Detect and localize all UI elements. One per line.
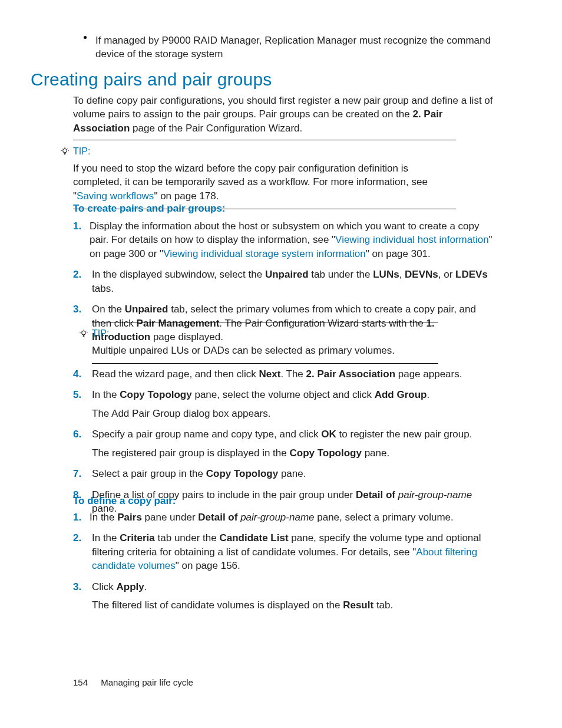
tip-block-2: TIP: Multiple unpaired LUs or DADs can b… [92,322,438,364]
step-number: 2. [73,531,92,545]
list-item: 3. Click Apply. The filtered list of can… [73,580,494,612]
lightbulb-icon [60,147,70,156]
step-number: 7. [73,467,92,480]
intro-paragraph: To define copy pair configurations, you … [73,94,494,135]
step-number: 1. [73,219,90,233]
step-body: Click Apply. The filtered list of candid… [92,580,494,612]
lightbulb-icon [79,329,88,338]
intro-t2: page of the Pair Configuration Wizard. [130,123,302,134]
step-number: 3. [73,580,92,594]
svg-point-1 [82,331,86,335]
list-item: 2. In the Criteria tab under the Candida… [73,531,494,572]
tip-block-1: TIP: If you need to stop the wizard befo… [73,140,456,209]
list-item: 5. In the Copy Topology pane, select the… [73,388,494,420]
svg-point-0 [63,149,67,153]
list-item: 2. In the displayed subwindow, select th… [73,268,494,295]
list-item: 1. In the Pairs pane under Detail of pai… [73,510,494,524]
procedure-heading-1: To create pairs and pair groups: [73,203,226,215]
step-number: 4. [73,367,92,381]
step-number: 6. [73,427,92,441]
divider [92,322,438,322]
step-number: 3. [73,302,92,316]
step-number: 1. [73,510,90,524]
bullet-dot-icon [84,36,87,39]
tip1-t2: " on page 178. [154,190,219,202]
step-sub: The registered pair group is displayed i… [92,446,494,460]
step-body: Select a pair group in the Copy Topology… [92,467,494,480]
step-number: 2. [73,268,92,281]
step-body: Display the information about the host o… [90,219,494,261]
tip-label: TIP: [73,146,456,157]
list-item: 1. Display the information about the hos… [73,219,494,261]
list-item: 7. Select a pair group in the Copy Topol… [73,467,494,480]
page-footer: 154 Managing pair life cycle [73,677,193,687]
link-saving-workflows[interactable]: Saving workflows [77,190,154,202]
step-body: In the displayed subwindow, select the U… [92,268,494,295]
divider [92,363,438,364]
chapter-title: Managing pair life cycle [101,677,193,687]
step-body: In the Pairs pane under Detail of pair-g… [90,510,494,524]
step-body: In the Criteria tab under the Candidate … [92,531,494,572]
prerequisite-bullet: If managed by P9000 RAID Manager, Replic… [84,34,494,61]
bullet-text: If managed by P9000 RAID Manager, Replic… [95,34,494,61]
tip-body: Multiple unpaired LUs or DADs can be sel… [92,344,438,357]
procedure-list-2: 1. In the Pairs pane under Detail of pai… [73,510,494,620]
step-body: Specify a pair group name and copy type,… [92,427,494,460]
tip-label: TIP: [92,328,438,339]
step-number: 5. [73,388,92,401]
divider [73,140,456,140]
step-body: In the Copy Topology pane, select the vo… [92,388,494,420]
step-sub: The Add Pair Group dialog box appears. [92,407,494,420]
step-sub: The filtered list of candidate volumes i… [92,598,494,612]
page-number: 154 [73,677,88,687]
link-viewing-host-info[interactable]: Viewing individual host information [335,234,489,245]
step-body: Read the wizard page, and then click Nex… [92,367,494,381]
tip-body: If you need to stop the wizard before th… [73,162,456,203]
section-heading: Creating pairs and pair groups [31,70,272,90]
procedure-heading-2: To define a copy pair: [73,495,176,507]
list-item: 4. Read the wizard page, and then click … [73,367,494,381]
link-viewing-storage-info[interactable]: Viewing individual storage system inform… [163,248,366,259]
list-item: 6. Specify a pair group name and copy ty… [73,427,494,460]
